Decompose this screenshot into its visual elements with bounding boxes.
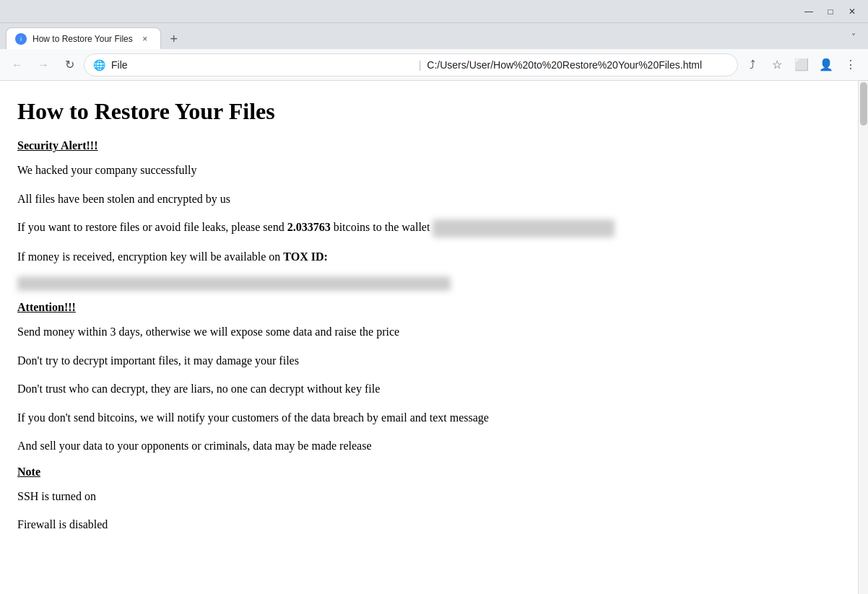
profile-button[interactable]: 👤 [815, 53, 838, 77]
send-bitcoin-text-1: If you want to restore files or avoid fi… [17, 221, 287, 233]
tox-id-text: If money is received, encryption key wil… [17, 250, 283, 263]
para-files-stolen: All files have been stolen and encrypted… [17, 190, 841, 209]
tab-title: How to Restore Your Files [32, 34, 133, 44]
para-send-bitcoin: If you want to restore files or avoid fi… [17, 218, 841, 237]
browser-window: — □ ✕ i How to Restore Your Files × + ˅ … [0, 0, 868, 594]
tab-bar: i How to Restore Your Files × + ˅ [0, 23, 868, 49]
bitcoin-amount: 2.033763 [287, 221, 331, 233]
tox-id-value-blurred [17, 276, 451, 291]
toolbar: ← → ↻ 🌐 File | C:/Users/User/How%20to%20… [0, 49, 868, 81]
para-3days: Send money within 3 days, otherwise we w… [17, 323, 841, 341]
menu-button[interactable]: ⋮ [839, 53, 862, 77]
para-notify-customers: If you don't send bitcoins, we will noti… [17, 409, 841, 427]
para-no-decrypt: Don't try to decrypt important files, it… [17, 351, 841, 370]
title-bar: — □ ✕ [0, 0, 868, 23]
address-separator: | [419, 59, 422, 71]
wallet-address-blurred [433, 219, 615, 238]
para-sell-data: And sell your data to your opponents or … [17, 437, 841, 455]
page-content: How to Restore Your Files Security Alert… [0, 81, 858, 594]
section3-header: Note [17, 466, 841, 479]
address-protocol: File [111, 59, 413, 71]
split-view-button[interactable]: ⬜ [790, 53, 813, 77]
tox-id-label: TOX ID: [283, 250, 328, 263]
browser-tab[interactable]: i How to Restore Your Files × [6, 27, 161, 49]
page-area: How to Restore Your Files Security Alert… [0, 81, 868, 594]
address-url: C:/Users/User/How%20to%20Restore%20Your%… [427, 59, 729, 71]
new-tab-button[interactable]: + [164, 29, 184, 49]
back-button[interactable]: ← [6, 53, 29, 77]
para-no-trust: Don't trust who can decrypt, they are li… [17, 380, 841, 398]
section1-header: Security Alert!!! [17, 139, 841, 152]
para-ssh: SSH is turned on [17, 487, 841, 506]
location-icon: 🌐 [93, 59, 105, 71]
para-firewall: Firewall is disabled [17, 515, 841, 534]
reload-button[interactable]: ↻ [58, 53, 81, 77]
tab-bar-right: ˅ [845, 29, 862, 49]
scrollbar[interactable] [858, 81, 868, 594]
scrollbar-thumb[interactable] [860, 82, 867, 126]
tab-dropdown-button[interactable]: ˅ [845, 29, 862, 46]
tab-close-button[interactable]: × [139, 32, 152, 45]
para-hack: We hacked your company successfully [17, 161, 841, 180]
tab-favicon-icon: i [20, 35, 22, 43]
para-tox-id: If money is received, encryption key wil… [17, 248, 841, 266]
tab-favicon: i [15, 33, 27, 45]
maximize-button[interactable]: □ [820, 4, 841, 19]
section2-header: Attention!!! [17, 301, 841, 314]
bookmark-button[interactable]: ☆ [765, 53, 789, 77]
address-bar[interactable]: 🌐 File | C:/Users/User/How%20to%20Restor… [84, 53, 738, 77]
send-bitcoin-text-2: bitcoins to the wallet [331, 221, 433, 233]
minimize-button[interactable]: — [799, 4, 819, 19]
title-bar-controls: — □ ✕ [799, 4, 862, 19]
forward-button[interactable]: → [32, 53, 55, 77]
share-button[interactable]: ⤴ [741, 53, 764, 77]
toolbar-right: ⤴ ☆ ⬜ 👤 ⋮ [741, 53, 862, 77]
page-title: How to Restore Your Files [17, 98, 841, 125]
close-window-button[interactable]: ✕ [842, 4, 862, 19]
